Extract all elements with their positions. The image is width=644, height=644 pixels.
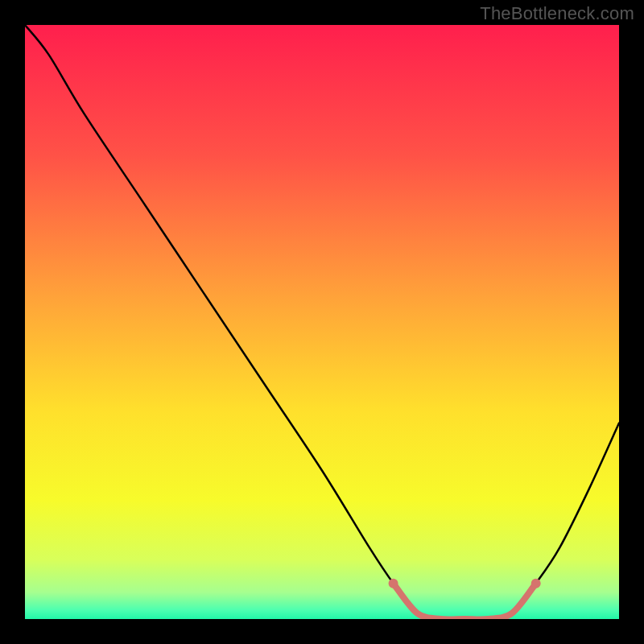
- gradient-background: [25, 25, 619, 619]
- watermark-label: TheBottleneck.com: [480, 3, 634, 24]
- chart-container: TheBottleneck.com: [0, 0, 644, 644]
- chart-svg: [25, 25, 619, 619]
- plot-area: [25, 25, 619, 619]
- highlight-endpoint: [531, 579, 541, 588]
- highlight-endpoint: [389, 579, 398, 588]
